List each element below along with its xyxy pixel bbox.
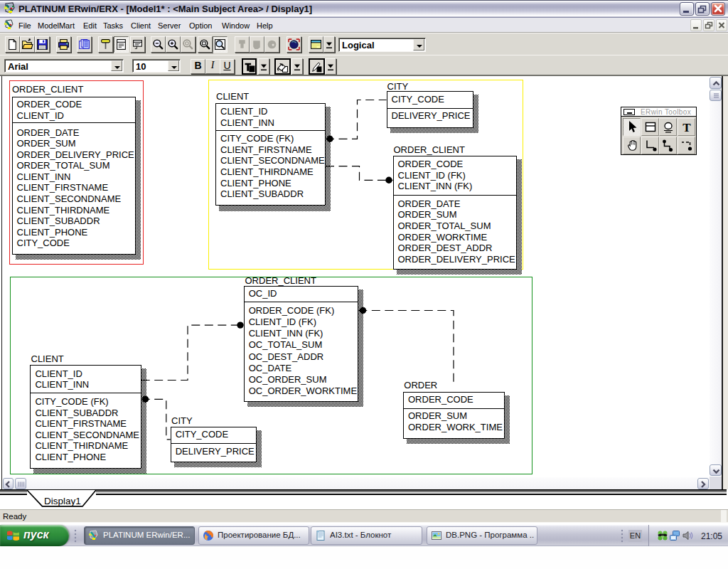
svg-text:T: T (682, 121, 691, 134)
